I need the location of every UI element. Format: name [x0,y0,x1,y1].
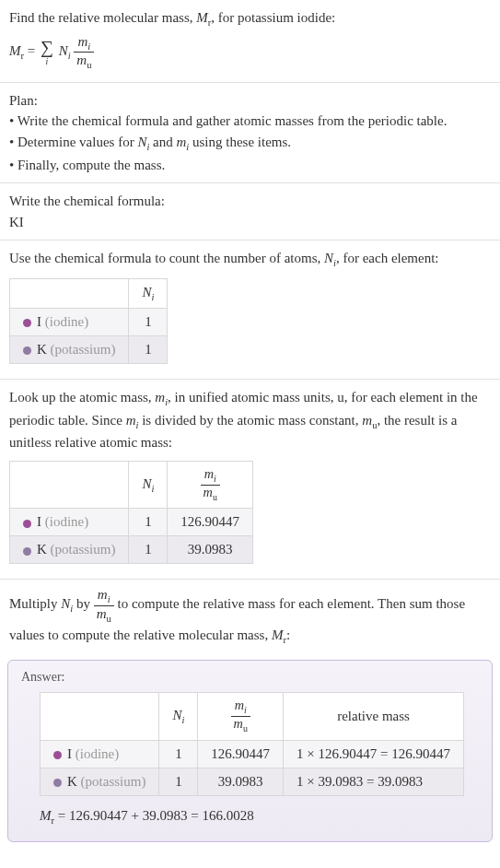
f-num-i: i [87,41,90,52]
table-row: K (potassium) 1 [10,335,168,363]
k-count: 1 [129,335,168,363]
af-M: M [40,808,52,823]
count-text: Use the chemical formula to count the nu… [9,248,491,271]
mi-paren: (iodine) [45,514,88,529]
count-a: Use the chemical formula to count the nu… [9,251,324,265]
plan-N: N [137,135,146,149]
answer-table: Ni mi mu relative mass I (iodine) 1 126.… [40,692,464,796]
mth-Ni: i [151,484,154,494]
table-row: K (potassium) 1 39.0983 1 × 39.0983 = 39… [41,768,464,795]
a-elem-iodine: I (iodine) [41,740,159,768]
ath-frac: mi mu [231,698,250,734]
ans-th-blank [41,693,159,741]
f-den-u: u [87,60,91,70]
m-elem-iodine: I (iodine) [10,509,129,536]
answer-final: Mr = 126.90447 + 39.0983 = 166.0028 [40,805,479,828]
mass-table: Ni mi mu I (iodine) 1 126.90447 K (potas… [9,461,253,565]
ath-num-m: m [235,698,244,712]
mth-den-u: u [213,491,217,501]
mass-th-frac: mi mu [168,461,253,509]
i-paren: (iodine) [45,314,88,329]
mth-den-m: m [203,485,213,499]
ans-th-Ni: Ni [159,693,198,741]
f-den-m: m [76,53,87,67]
mass-mu: m [362,413,372,428]
multiply-section: Multiply Ni by mi mu to compute the rela… [0,580,500,654]
k-sym: K [37,342,51,357]
answer-panel: Answer: Ni mi mu relative mass I (iodine… [7,660,493,841]
mass-c: is divided by the atomic mass constant, [138,413,362,428]
th-N: N [142,285,151,299]
mul-frac: mi mu [94,587,114,624]
f-frac: mi mu [74,34,94,71]
plan2b: and [149,135,176,149]
elem-iodine: I (iodine) [10,308,129,335]
iodine-dot-icon [23,319,31,327]
af-eq: = 126.90447 + 39.0983 = 166.0028 [54,808,254,823]
mth-frac: mi mu [201,467,220,503]
mul-a: Multiply [9,597,61,612]
mul-b: by [73,597,94,612]
mth-num-m: m [204,466,214,481]
count-table: Ni I (iodine) 1 K (potassium) 1 [9,278,168,364]
ath-den-m: m [234,716,243,731]
count-b: , for each element: [336,251,439,265]
ai-paren: (iodine) [76,746,119,761]
a-elem-potassium: K (potassium) [41,768,159,795]
mul-Mr: M [272,628,284,642]
ak-count: 1 [159,768,198,795]
count-th-Ni: Ni [129,278,168,308]
th-Ni: i [151,292,154,302]
count-N: N [324,251,333,265]
potassium-dot-icon [53,779,62,787]
intro-formula: Mr = ∑i Ni mi mu [9,30,491,75]
mul-den-u: u [107,614,111,624]
ak-paren: (potassium) [81,774,146,789]
f-r: r [21,51,25,61]
sym-M: M [196,10,208,25]
mth-N: N [142,476,151,491]
mi-mass: 126.90447 [168,509,253,536]
mi-count: 1 [129,509,168,536]
ath-num-i: i [244,705,247,715]
mul-d: : [286,628,290,642]
answer-label: Answer: [21,670,479,685]
plan-item-2: Determine values for Ni and mi using the… [9,132,491,155]
plan-item-1: Write the chemical formula and gather at… [9,111,491,132]
f-eq: = [28,43,39,58]
plan-item-3: Finally, compute the mass. [9,155,491,176]
ak-mass: 39.0983 [198,768,284,795]
intro-text-b: , for potassium iodide: [211,10,335,25]
ath-den-u: u [243,723,248,733]
ai-sym: I [67,746,76,761]
elem-potassium: K (potassium) [10,335,129,363]
mass-m2: m [126,413,136,428]
formula-section: Write the chemical formula: KI [0,183,500,240]
plan2a: Determine values for [17,135,137,149]
i-sym: I [37,314,45,329]
sigma-under: i [41,57,53,66]
intro-text: Find the relative molecular mass, Mr, fo… [9,7,491,30]
sigma-icon: ∑i [41,39,53,65]
mul-den-m: m [97,606,107,621]
intro-text-a: Find the relative molecular mass, [9,10,196,25]
mi-sym: I [37,514,45,529]
potassium-dot-icon [23,547,31,556]
mass-text: Look up the atomic mass, mi, in unified … [9,387,491,453]
plan-m: m [177,135,187,149]
mk-count: 1 [129,536,168,564]
table-row: I (iodine) 1 [10,308,168,335]
formula-title: Write the chemical formula: [9,191,491,212]
count-th-blank [10,278,129,308]
ans-th-relmass: relative mass [284,693,464,741]
mth-num-i: i [214,474,216,484]
ai-mass: 126.90447 [198,740,284,768]
f-M: M [9,43,21,58]
table-row: I (iodine) 1 126.90447 [10,509,253,536]
ans-th-frac: mi mu [198,693,284,741]
ak-rel: 1 × 39.0983 = 39.0983 [284,768,464,795]
multiply-text: Multiply Ni by mi mu to compute the rela… [9,587,491,647]
f-Ni: i [68,51,71,61]
iodine-dot-icon [53,751,62,759]
mass-section: Look up the atomic mass, mi, in unified … [0,380,500,581]
